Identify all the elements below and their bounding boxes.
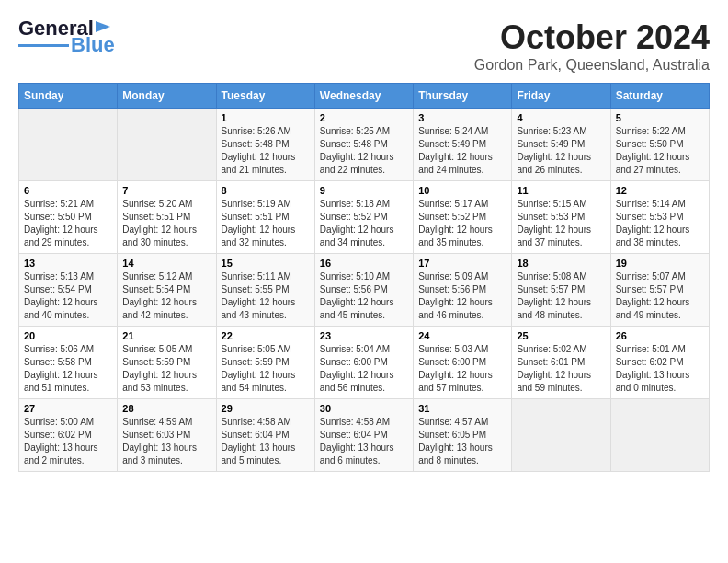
day-info: Sunrise: 5:24 AMSunset: 5:49 PMDaylight:…	[418, 125, 506, 177]
col-header-tuesday: Tuesday	[216, 84, 314, 109]
sunrise-text: Sunrise: 5:09 AM	[418, 271, 488, 282]
sunrise-text: Sunrise: 5:25 AM	[320, 126, 390, 136]
day-cell: 20Sunrise: 5:06 AMSunset: 5:58 PMDayligh…	[19, 327, 118, 399]
sunset-text: Sunset: 5:49 PM	[517, 139, 585, 149]
week-row-5: 27Sunrise: 5:00 AMSunset: 6:02 PMDayligh…	[19, 399, 710, 472]
sunrise-text: Sunrise: 5:13 AM	[24, 271, 94, 282]
col-header-thursday: Thursday	[414, 84, 512, 109]
sunset-text: Sunset: 5:51 PM	[122, 212, 190, 222]
sunset-text: Sunset: 5:53 PM	[616, 212, 684, 222]
day-cell: 8Sunrise: 5:19 AMSunset: 5:51 PMDaylight…	[216, 181, 314, 254]
day-info: Sunrise: 4:58 AMSunset: 6:04 PMDaylight:…	[320, 416, 408, 467]
daylight-text: Daylight: 13 hours and 8 minutes.	[418, 442, 493, 465]
week-row-4: 20Sunrise: 5:06 AMSunset: 5:58 PMDayligh…	[19, 327, 710, 399]
sunset-text: Sunset: 5:54 PM	[24, 284, 92, 294]
sunrise-text: Sunrise: 5:04 AM	[320, 344, 390, 354]
sunset-text: Sunset: 5:57 PM	[616, 284, 684, 294]
sunset-text: Sunset: 6:02 PM	[24, 430, 92, 440]
daylight-text: Daylight: 12 hours and 34 minutes.	[320, 224, 394, 247]
sunrise-text: Sunrise: 5:07 AM	[616, 271, 686, 282]
day-info: Sunrise: 5:08 AMSunset: 5:57 PMDaylight:…	[517, 270, 605, 322]
daylight-text: Daylight: 12 hours and 54 minutes.	[222, 370, 296, 393]
day-number: 8	[222, 185, 310, 196]
day-info: Sunrise: 5:22 AMSunset: 5:50 PMDaylight:…	[616, 125, 704, 177]
day-number: 7	[122, 185, 210, 196]
day-cell: 6Sunrise: 5:21 AMSunset: 5:50 PMDaylight…	[19, 181, 118, 254]
daylight-text: Daylight: 12 hours and 57 minutes.	[418, 370, 493, 393]
sunrise-text: Sunrise: 5:15 AM	[517, 199, 586, 209]
day-number: 22	[222, 330, 310, 341]
day-number: 29	[222, 403, 310, 414]
sunrise-text: Sunrise: 5:03 AM	[418, 344, 488, 354]
day-cell: 3Sunrise: 5:24 AMSunset: 5:49 PMDaylight…	[414, 109, 512, 181]
daylight-text: Daylight: 12 hours and 45 minutes.	[320, 297, 394, 320]
sunset-text: Sunset: 5:49 PM	[418, 139, 486, 149]
day-number: 2	[320, 112, 408, 123]
sunrise-text: Sunrise: 4:59 AM	[122, 417, 192, 427]
day-info: Sunrise: 4:58 AMSunset: 6:04 PMDaylight:…	[222, 416, 310, 467]
day-number: 21	[122, 330, 210, 341]
daylight-text: Daylight: 12 hours and 22 minutes.	[320, 152, 394, 175]
day-info: Sunrise: 5:03 AMSunset: 6:00 PMDaylight:…	[418, 343, 506, 395]
sunset-text: Sunset: 6:00 PM	[320, 357, 388, 367]
week-row-3: 13Sunrise: 5:13 AMSunset: 5:54 PMDayligh…	[19, 254, 710, 327]
sunset-text: Sunset: 5:53 PM	[517, 212, 585, 222]
daylight-text: Daylight: 13 hours and 3 minutes.	[122, 442, 197, 465]
day-cell: 11Sunrise: 5:15 AMSunset: 5:53 PMDayligh…	[512, 181, 610, 254]
day-info: Sunrise: 5:05 AMSunset: 5:59 PMDaylight:…	[122, 343, 210, 395]
day-number: 31	[418, 403, 506, 414]
sunrise-text: Sunrise: 5:05 AM	[122, 344, 192, 354]
day-info: Sunrise: 5:10 AMSunset: 5:56 PMDaylight:…	[320, 270, 408, 322]
day-cell: 22Sunrise: 5:05 AMSunset: 5:59 PMDayligh…	[216, 327, 314, 399]
sunrise-text: Sunrise: 5:00 AM	[24, 417, 94, 427]
day-number: 3	[418, 112, 506, 123]
sunrise-text: Sunrise: 5:20 AM	[122, 199, 192, 209]
day-cell: 16Sunrise: 5:10 AMSunset: 5:56 PMDayligh…	[314, 254, 413, 327]
daylight-text: Daylight: 12 hours and 48 minutes.	[517, 297, 591, 320]
sunrise-text: Sunrise: 5:02 AM	[517, 344, 586, 354]
day-info: Sunrise: 5:19 AMSunset: 5:51 PMDaylight:…	[222, 198, 310, 249]
day-cell: 15Sunrise: 5:11 AMSunset: 5:55 PMDayligh…	[216, 254, 314, 327]
sunset-text: Sunset: 5:51 PM	[222, 212, 290, 222]
day-cell: 26Sunrise: 5:01 AMSunset: 6:02 PMDayligh…	[610, 327, 709, 399]
sunset-text: Sunset: 6:02 PM	[616, 357, 684, 367]
sunrise-text: Sunrise: 5:21 AM	[24, 199, 94, 209]
day-cell	[118, 109, 216, 181]
page-subtitle: Gordon Park, Queensland, Australia	[474, 57, 710, 74]
sunset-text: Sunset: 6:04 PM	[320, 430, 388, 440]
day-info: Sunrise: 5:25 AMSunset: 5:48 PMDaylight:…	[320, 125, 408, 177]
day-info: Sunrise: 5:05 AMSunset: 5:59 PMDaylight:…	[222, 343, 310, 395]
daylight-text: Daylight: 12 hours and 53 minutes.	[122, 370, 197, 393]
day-cell: 23Sunrise: 5:04 AMSunset: 6:00 PMDayligh…	[314, 327, 413, 399]
day-cell: 18Sunrise: 5:08 AMSunset: 5:57 PMDayligh…	[512, 254, 610, 327]
day-cell: 17Sunrise: 5:09 AMSunset: 5:56 PMDayligh…	[414, 254, 512, 327]
day-info: Sunrise: 5:18 AMSunset: 5:52 PMDaylight:…	[320, 198, 408, 249]
day-info: Sunrise: 5:11 AMSunset: 5:55 PMDaylight:…	[222, 270, 310, 322]
daylight-text: Daylight: 12 hours and 35 minutes.	[418, 224, 493, 247]
sunrise-text: Sunrise: 5:08 AM	[517, 271, 586, 282]
page-title: October 2024	[474, 18, 710, 57]
day-cell: 5Sunrise: 5:22 AMSunset: 5:50 PMDaylight…	[610, 109, 709, 181]
daylight-text: Daylight: 13 hours and 5 minutes.	[222, 442, 296, 465]
day-cell: 29Sunrise: 4:58 AMSunset: 6:04 PMDayligh…	[216, 399, 314, 472]
day-cell: 31Sunrise: 4:57 AMSunset: 6:05 PMDayligh…	[414, 399, 512, 472]
sunrise-text: Sunrise: 5:26 AM	[222, 126, 291, 136]
daylight-text: Daylight: 13 hours and 6 minutes.	[320, 442, 394, 465]
sunrise-text: Sunrise: 4:58 AM	[222, 417, 291, 427]
day-cell: 12Sunrise: 5:14 AMSunset: 5:53 PMDayligh…	[610, 181, 709, 254]
sunset-text: Sunset: 5:55 PM	[222, 284, 290, 294]
daylight-text: Daylight: 13 hours and 0 minutes.	[616, 370, 690, 393]
day-info: Sunrise: 5:04 AMSunset: 6:00 PMDaylight:…	[320, 343, 408, 395]
day-cell: 4Sunrise: 5:23 AMSunset: 5:49 PMDaylight…	[512, 109, 610, 181]
day-number: 5	[616, 112, 704, 123]
day-info: Sunrise: 5:01 AMSunset: 6:02 PMDaylight:…	[616, 343, 704, 395]
col-header-monday: Monday	[118, 84, 216, 109]
day-cell: 25Sunrise: 5:02 AMSunset: 6:01 PMDayligh…	[512, 327, 610, 399]
week-row-2: 6Sunrise: 5:21 AMSunset: 5:50 PMDaylight…	[19, 181, 710, 254]
day-info: Sunrise: 5:23 AMSunset: 5:49 PMDaylight:…	[517, 125, 605, 177]
sunset-text: Sunset: 5:59 PM	[122, 357, 190, 367]
day-cell: 19Sunrise: 5:07 AMSunset: 5:57 PMDayligh…	[610, 254, 709, 327]
sunset-text: Sunset: 5:57 PM	[517, 284, 585, 294]
day-info: Sunrise: 5:14 AMSunset: 5:53 PMDaylight:…	[616, 198, 704, 249]
day-info: Sunrise: 5:26 AMSunset: 5:48 PMDaylight:…	[222, 125, 310, 177]
